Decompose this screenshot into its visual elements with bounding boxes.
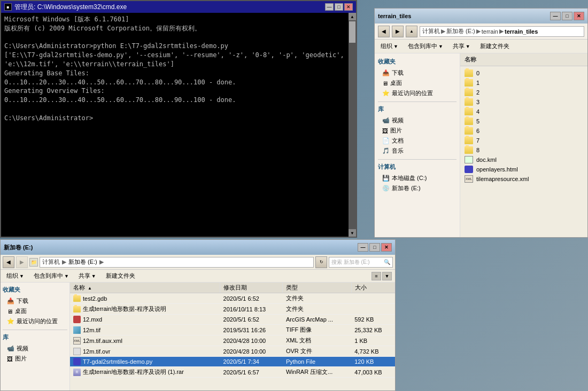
sidebar-recent[interactable]: ⭐ 最近访问的位置: [378, 88, 457, 98]
explorer-back-address-bar[interactable]: 计算机 ▶ 新加卷 (E:) ▶ terrain ▶ terrain_tiles: [420, 26, 584, 37]
file-date: 2020/5/1 6:52: [220, 315, 283, 325]
folder-icon: [73, 306, 81, 312]
file-label: 生成terrain地形数据-程序及说明 (1).rar: [83, 368, 184, 376]
front-sidebar-download[interactable]: 📥 下载: [3, 296, 67, 306]
cmd-close-button[interactable]: ✕: [344, 3, 353, 11]
sidebar-recent-label: 最近访问的位置: [392, 89, 433, 97]
sidebar-download[interactable]: 📥 下载: [378, 68, 457, 78]
front-sidebar-recent[interactable]: ⭐ 最近访问的位置: [3, 316, 67, 326]
back-toolbar-new-folder[interactable]: 新建文件夹: [477, 41, 512, 52]
file-date: 2020/5/1 6:52: [220, 293, 283, 304]
front-toolbar-include-lib[interactable]: 包含到库中 ▼: [31, 270, 72, 281]
col-header-date[interactable]: 修改日期: [220, 283, 283, 293]
front-nav-folder-icon[interactable]: 📁: [29, 258, 38, 267]
table-row[interactable]: 12m.tif 2019/5/31 16:26 TIFF 图像 25,332 K…: [70, 325, 395, 335]
table-row[interactable]: R 生成terrain地形数据-程序及说明 (1).rar 2020/5/1 6…: [70, 367, 395, 378]
explorer-front-close[interactable]: ✕: [381, 243, 392, 252]
sidebar-documents[interactable]: 📄 文档: [378, 136, 457, 146]
explorer-front-sidebar: 收藏夹 📥 下载 🖥 桌面 ⭐ 最近访问的位置 库 📹 视频 🖼 图片: [1, 283, 70, 390]
front-sidebar-images[interactable]: 🖼 图片: [3, 354, 67, 364]
front-nav-refresh-button[interactable]: ↻: [315, 256, 327, 268]
table-row[interactable]: XML 12m.tif.aux.xml 2020/4/28 10:00 XML …: [70, 335, 395, 346]
list-item[interactable]: openlayers.html: [462, 165, 585, 174]
cmd-scrollbar[interactable]: ▲ ▼: [349, 13, 356, 237]
col-header-size[interactable]: 大小: [351, 283, 394, 293]
front-search-box[interactable]: 搜索 新加卷 (E:) 🔍: [329, 257, 393, 268]
list-item[interactable]: 6: [462, 126, 585, 136]
front-sidebar-desktop[interactable]: 🖥 桌面: [3, 306, 67, 316]
file-type: WinRAR 压缩文...: [283, 367, 351, 378]
sidebar-documents-label: 文档: [392, 137, 404, 145]
table-row[interactable]: 12.mxd 2020/5/1 6:52 ArcGIS ArcMap ... 5…: [70, 315, 395, 325]
explorer-front-titlebar[interactable]: 新加卷 (E:) — □ ✕: [1, 240, 395, 255]
list-item[interactable]: 7: [462, 136, 585, 145]
front-toolbar-new-folder[interactable]: 新建文件夹: [103, 270, 138, 281]
explorer-back-maximize[interactable]: □: [562, 12, 572, 20]
cmd-scroll-thumb[interactable]: [349, 21, 355, 43]
explorer-front-maximize[interactable]: □: [369, 243, 380, 252]
explorer-back-minimize[interactable]: —: [550, 12, 561, 20]
list-item[interactable]: 0: [462, 68, 585, 78]
explorer-front-minimize[interactable]: —: [358, 243, 368, 252]
list-item[interactable]: 5: [462, 116, 585, 126]
view-large-button[interactable]: ▼: [382, 272, 392, 280]
list-item[interactable]: 2: [462, 88, 585, 97]
cmd-window: ■ 管理员: C:\Windows\system32\cmd.exe — □ ✕…: [0, 0, 357, 238]
cmd-titlebar[interactable]: ■ 管理员: C:\Windows\system32\cmd.exe — □ ✕: [1, 1, 356, 13]
file-name: 5: [476, 118, 479, 124]
explorer-back-close[interactable]: ✕: [574, 12, 584, 20]
list-item[interactable]: 4: [462, 107, 585, 116]
explorer-front-main: 收藏夹 📥 下载 🖥 桌面 ⭐ 最近访问的位置 库 📹 视频 🖼 图片: [1, 283, 395, 390]
table-row[interactable]: 生成terrain地形数据-程序及说明 2016/10/11 8:13 文件夹: [70, 304, 395, 315]
sidebar-favorites-title[interactable]: 收藏夹: [378, 58, 457, 66]
sidebar-computer-title[interactable]: 计算机: [378, 163, 457, 171]
front-sidebar-library[interactable]: 库: [3, 333, 67, 341]
explorer-back-titlebar[interactable]: terrain_tiles — □ ✕: [375, 9, 587, 24]
cmd-scroll-down[interactable]: ▼: [349, 229, 356, 237]
sidebar-video[interactable]: 📹 视频: [378, 115, 457, 126]
list-item[interactable]: XML tilemapresource.xml: [462, 174, 585, 184]
back-nav-back-button[interactable]: ◀: [378, 26, 390, 37]
list-item[interactable]: 8: [462, 145, 585, 155]
front-nav-back-button[interactable]: ◀: [3, 256, 14, 268]
cmd-maximize-button[interactable]: □: [335, 3, 343, 11]
front-sidebar-video[interactable]: 📹 视频: [3, 343, 67, 354]
file-table: 名称 ▲ 修改日期 类型 大小 test2.gdb: [70, 283, 395, 378]
back-nav-forward-button[interactable]: ▶: [392, 26, 404, 37]
back-nav-up-button[interactable]: ▲: [406, 26, 417, 37]
file-date: 2020/4/28 10:00: [220, 335, 283, 346]
cmd-minimize-button[interactable]: —: [325, 3, 334, 11]
back-content-header: 名称: [460, 53, 587, 66]
sidebar-local-disk[interactable]: 💾 本地磁盘 (C:): [378, 173, 457, 183]
explorer-front-address-bar[interactable]: 计算机 ▶ 新加卷 (E:) ▶: [40, 257, 314, 268]
col-header-name[interactable]: 名称 ▲: [70, 283, 220, 293]
table-row[interactable]: test2.gdb 2020/5/1 6:52 文件夹: [70, 293, 395, 304]
table-row[interactable]: 12m.tif.ovr 2020/4/28 10:00 OVR 文件 4,732…: [70, 346, 395, 357]
back-toolbar-share[interactable]: 共享 ▼: [450, 41, 473, 52]
cmd-scroll-up[interactable]: ▲: [349, 13, 356, 20]
sidebar-music[interactable]: 🎵 音乐: [378, 146, 457, 156]
view-detail-button[interactable]: ≡: [372, 272, 381, 280]
explorer-back-content: 名称 0 1 2 3: [460, 53, 587, 237]
front-toolbar-share[interactable]: 共享 ▼: [76, 270, 99, 281]
table-row[interactable]: T7-gdal2srtmtiles-demo.py 2020/5/1 7:34 …: [70, 357, 395, 367]
front-sidebar-images-label: 图片: [15, 355, 27, 363]
list-item[interactable]: 3: [462, 97, 585, 107]
front-sidebar-desktop-label: 桌面: [15, 307, 27, 315]
sidebar-divider-2: [378, 159, 457, 160]
front-toolbar-organize[interactable]: 组织 ▼: [4, 270, 27, 281]
sidebar-library-title[interactable]: 库: [378, 105, 457, 113]
front-nav-forward-button[interactable]: ▶: [16, 256, 28, 268]
sidebar-desktop[interactable]: 🖥 桌面: [378, 78, 457, 88]
list-item[interactable]: 1: [462, 78, 585, 88]
sidebar-images[interactable]: 🖼 图片: [378, 126, 457, 136]
front-sidebar-favorites[interactable]: 收藏夹: [3, 286, 67, 294]
sidebar-new-vol[interactable]: 💿 新加卷 (E:): [378, 183, 457, 193]
back-toolbar-include-lib[interactable]: 包含到库中 ▼: [405, 41, 446, 52]
file-size: 25,332 KB: [351, 325, 394, 335]
file-date: 2016/10/11 8:13: [220, 304, 283, 315]
file-type: TIFF 图像: [283, 325, 351, 335]
list-item[interactable]: doc.kml: [462, 155, 585, 165]
back-toolbar-organize[interactable]: 组织 ▼: [378, 41, 401, 52]
col-header-type[interactable]: 类型: [283, 283, 351, 293]
